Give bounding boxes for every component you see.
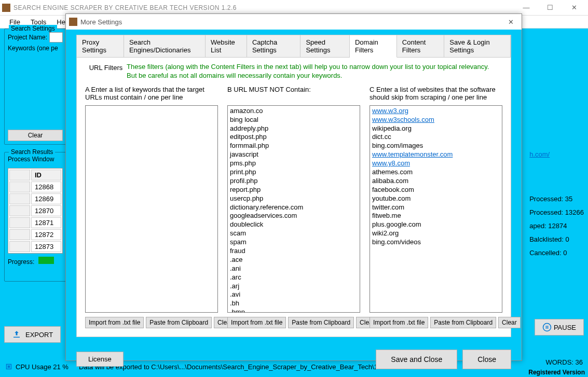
- list-link[interactable]: www.w3.org: [372, 107, 500, 116]
- progress-bar: [38, 257, 54, 264]
- export-label: EXPORT: [25, 331, 53, 339]
- skip-websites-list[interactable]: www.w3.orgwww.w3schools.comwikipedia.org…: [370, 105, 502, 313]
- table-row[interactable]: 12872: [31, 229, 61, 240]
- list-item[interactable]: fraud: [230, 247, 358, 256]
- process-window-label: Process Window: [8, 156, 61, 163]
- list-link[interactable]: www.y8.com: [372, 159, 500, 168]
- list-item[interactable]: editpost.php: [230, 133, 358, 142]
- list-item[interactable]: scam: [230, 229, 358, 238]
- list-item[interactable]: addreply.php: [230, 124, 358, 133]
- tab-speed[interactable]: Speed Settings: [300, 35, 350, 57]
- list-item[interactable]: doubleclick: [230, 220, 358, 229]
- list-item[interactable]: spam: [230, 238, 358, 247]
- dialog-title: More Settings: [80, 18, 503, 26]
- clear-c-button[interactable]: Clear: [498, 317, 521, 328]
- stats-link[interactable]: h.com/: [529, 148, 584, 161]
- list-item[interactable]: wiki2.org: [372, 229, 500, 238]
- paste-b-button[interactable]: Paste from Clipboard: [288, 317, 354, 328]
- svg-point-0: [543, 324, 551, 331]
- list-item[interactable]: googleadservices.com: [230, 212, 358, 220]
- stat-processed-1: Processed: 35: [529, 192, 584, 206]
- list-item[interactable]: javascript: [230, 150, 358, 159]
- search-results-group: Search Results Process Window ID 12868 1…: [4, 152, 66, 282]
- tab-engines[interactable]: Search Engines/Dictionaries: [124, 35, 206, 57]
- list-link[interactable]: www.w3schools.com: [372, 116, 500, 124]
- list-item[interactable]: bing.com/images: [372, 142, 500, 150]
- tab-captcha[interactable]: Captcha Settings: [247, 35, 301, 57]
- keywords-label: Keywords (one pe: [8, 45, 58, 52]
- list-item[interactable]: youtube.com: [372, 194, 500, 203]
- col-b-label: B URL MUST NOT Contain:: [227, 86, 360, 102]
- list-item[interactable]: bing.com/videos: [372, 238, 500, 247]
- list-item[interactable]: athemes.com: [372, 168, 500, 177]
- list-item[interactable]: amazon.co: [230, 107, 358, 116]
- list-item[interactable]: usercp.php: [230, 194, 358, 203]
- export-button[interactable]: EXPORT: [4, 326, 61, 343]
- list-item[interactable]: pms.php: [230, 159, 358, 168]
- table-row[interactable]: 12873: [31, 241, 61, 252]
- list-item[interactable]: .arj: [230, 282, 358, 291]
- tab-domain[interactable]: Domain Filters: [350, 35, 397, 58]
- list-item[interactable]: .bmp: [230, 308, 358, 313]
- import-c-button[interactable]: Import from .txt file: [370, 317, 428, 328]
- stat-blacklisted: Balcklisted: 0: [529, 233, 584, 246]
- svg-rect-2: [548, 326, 549, 329]
- filter-info-1: These filters (along with the Content Fi…: [127, 63, 502, 72]
- tab-content: URL Filters These filters (along with th…: [76, 58, 511, 337]
- dialog-close-button[interactable]: ✕: [503, 18, 518, 26]
- pause-label: PAUSE: [554, 324, 576, 331]
- list-item[interactable]: twitter.com: [372, 203, 500, 212]
- clear-keywords-button[interactable]: Clear: [8, 130, 63, 141]
- keywords-must-contain-list[interactable]: [85, 105, 218, 313]
- cpu-icon: [4, 362, 13, 371]
- project-name-input[interactable]: [49, 32, 63, 43]
- table-row[interactable]: 12871: [31, 217, 61, 228]
- import-a-button[interactable]: Import from .txt file: [85, 317, 144, 328]
- registered-label: Registered Version: [528, 369, 585, 376]
- results-table[interactable]: ID 12868 12869 12870 12871 12872 12873: [8, 168, 63, 254]
- list-item[interactable]: facebook.com: [372, 186, 500, 194]
- list-item[interactable]: .ani: [230, 264, 358, 273]
- list-item[interactable]: wikipedia.org: [372, 124, 500, 133]
- list-item[interactable]: bing local: [230, 116, 358, 124]
- close-button[interactable]: ✕: [562, 0, 586, 16]
- list-item[interactable]: report.php: [230, 186, 358, 194]
- list-item[interactable]: .ace: [230, 256, 358, 264]
- search-results-title: Search Results: [9, 148, 55, 156]
- list-item[interactable]: print.php: [230, 168, 358, 177]
- url-filters-label: URL Filters: [85, 63, 127, 72]
- license-button[interactable]: License: [76, 352, 124, 367]
- list-item[interactable]: .bh: [230, 299, 358, 308]
- tab-website[interactable]: Website List: [206, 35, 247, 57]
- svg-rect-4: [8, 366, 10, 368]
- save-close-button[interactable]: Save and Close: [376, 350, 457, 369]
- close-dialog-button[interactable]: Close: [462, 350, 511, 369]
- app-icon: [2, 4, 10, 12]
- list-item[interactable]: .avi: [230, 290, 358, 299]
- search-settings-title: Search Settings: [9, 25, 57, 32]
- stat-scraped: aped: 12874: [529, 219, 584, 233]
- url-must-not-contain-list[interactable]: amazon.cobing localaddreply.phpeditpost.…: [227, 105, 360, 313]
- pause-button[interactable]: PAUSE: [535, 319, 584, 336]
- dialog-icon: [69, 18, 77, 26]
- list-item[interactable]: profil.php: [230, 177, 358, 186]
- import-b-button[interactable]: Import from .txt file: [227, 317, 286, 328]
- tab-proxy[interactable]: Proxy Settings: [77, 35, 124, 57]
- list-item[interactable]: plus.google.com: [372, 220, 500, 229]
- table-row[interactable]: 12869: [31, 193, 61, 204]
- maximize-button[interactable]: ☐: [538, 0, 562, 16]
- paste-c-button[interactable]: Paste from Clipboard: [430, 317, 496, 328]
- paste-a-button[interactable]: Paste from Clipboard: [146, 317, 212, 328]
- tab-save[interactable]: Save & Login Settings: [444, 35, 511, 57]
- list-item[interactable]: dictionary.reference.com: [230, 203, 358, 212]
- list-item[interactable]: formmail.php: [230, 142, 358, 150]
- dialog-titlebar[interactable]: More Settings ✕: [66, 14, 522, 30]
- tab-content[interactable]: Content Filters: [397, 35, 444, 57]
- list-link[interactable]: www.templatemonster.com: [372, 150, 500, 159]
- list-item[interactable]: dict.cc: [372, 133, 500, 142]
- list-item[interactable]: fitweb.me: [372, 212, 500, 220]
- table-row[interactable]: 12870: [31, 205, 61, 216]
- table-row[interactable]: 12868: [31, 181, 61, 192]
- list-item[interactable]: alibaba.com: [372, 177, 500, 186]
- list-item[interactable]: .arc: [230, 273, 358, 282]
